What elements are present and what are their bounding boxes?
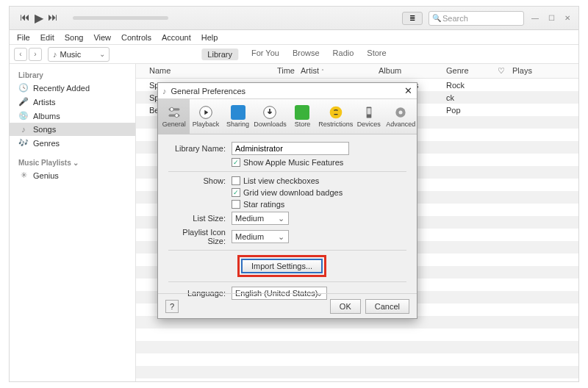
pref-tab-sharing[interactable]: Sharing (222, 99, 254, 134)
nav-forward-icon[interactable]: › (29, 48, 42, 61)
tab-label: Downloads (254, 121, 287, 128)
pref-tab-restrictions[interactable]: Restrictions (318, 99, 353, 134)
cell-genre: Pop (446, 106, 490, 115)
nav-back-icon[interactable]: ‹ (14, 48, 27, 61)
preferences-dialog: ♪ General Preferences ✕ General Playback… (157, 82, 417, 319)
select-value: Medium (235, 214, 264, 223)
device-icon (362, 105, 376, 120)
list-checkboxes-checkbox[interactable] (232, 176, 240, 185)
library-name-input[interactable] (232, 142, 349, 155)
minimize-icon[interactable]: — (530, 13, 540, 24)
menu-song[interactable]: Song (65, 33, 84, 42)
prev-track-icon[interactable]: ⏮ (20, 11, 30, 25)
menu-account[interactable]: Account (162, 33, 191, 42)
next-track-icon[interactable]: ⏭ (48, 11, 58, 25)
import-settings-highlight: Import Settings... (237, 255, 326, 277)
checkbox-label: List view checkboxes (243, 176, 319, 185)
svg-rect-8 (367, 108, 370, 114)
pref-tab-advanced[interactable]: Advanced (385, 99, 417, 134)
cell-genre: Rock (446, 81, 490, 90)
pref-tab-playback[interactable]: Playback (190, 99, 221, 134)
chevron-down-icon[interactable]: ⌄ (73, 159, 79, 167)
svg-point-2 (170, 107, 173, 111)
col-genre[interactable]: Genre (446, 66, 490, 76)
app-icon: ♪ (162, 87, 167, 96)
volume-slider[interactable] (73, 16, 168, 20)
menu-bar: File Edit Song View Controls Account Hel… (10, 30, 578, 45)
col-name[interactable]: Name (149, 66, 274, 76)
ok-button[interactable]: OK (330, 299, 361, 314)
genre-icon: 🎶 (18, 138, 29, 148)
maximize-icon[interactable]: ☐ (546, 13, 556, 24)
tab-label: General (162, 121, 186, 128)
album-icon: 💿 (18, 111, 29, 121)
sidebar-item-label: Recently Added (33, 84, 90, 93)
pref-tab-store[interactable]: Store (287, 99, 318, 134)
tab-radio[interactable]: Radio (333, 48, 354, 60)
sidebar-head-playlists: Music Playlists ⌄ (10, 156, 135, 168)
menu-edit[interactable]: Edit (40, 33, 54, 42)
column-headers: Name Time Artist ˄ Album Genre ♡ Plays (136, 64, 578, 79)
import-settings-button[interactable]: Import Settings... (241, 259, 323, 273)
sidebar-item-label: Artists (33, 98, 56, 107)
close-window-icon[interactable]: ✕ (562, 13, 573, 24)
sort-asc-icon: ˄ (321, 68, 324, 75)
sharing-icon (231, 105, 245, 120)
menu-view[interactable]: View (93, 33, 111, 42)
close-icon[interactable]: ✕ (404, 85, 412, 96)
list-size-select[interactable]: Medium (232, 212, 289, 225)
gear-icon (393, 105, 408, 120)
switches-icon (167, 105, 182, 120)
menu-controls[interactable]: Controls (121, 33, 151, 42)
search-input[interactable]: Search (429, 11, 524, 26)
checkbox-label: Show Apple Music Features (243, 158, 343, 167)
play-icon[interactable]: ▶ (35, 11, 43, 25)
library-name-label: Library Name: (168, 144, 232, 153)
sidebar-item-artists[interactable]: 🎤Artists (10, 95, 135, 109)
sidebar-item-label: Albums (33, 112, 60, 121)
song-icon: ♪ (18, 125, 29, 134)
cancel-button[interactable]: Cancel (365, 299, 409, 314)
download-icon (262, 105, 277, 120)
pref-body: Library Name: ✓ Show Apple Music Feature… (158, 134, 417, 300)
sidebar-item-label: Genres (33, 139, 60, 148)
tab-store[interactable]: Store (367, 48, 386, 60)
play-circle-icon (198, 105, 213, 120)
list-view-toggle[interactable]: ≣ (402, 12, 423, 25)
genius-icon: ✳ (18, 170, 29, 180)
music-note-icon: ♪ (53, 50, 57, 59)
tab-library[interactable]: Library (201, 48, 238, 60)
tab-browse[interactable]: Browse (293, 48, 320, 60)
star-ratings-checkbox[interactable] (232, 200, 240, 209)
list-size-label: List Size: (168, 214, 232, 223)
sidebar-item-albums[interactable]: 💿Albums (10, 109, 135, 123)
pref-tab-general[interactable]: General (158, 99, 190, 134)
grid-badges-checkbox[interactable]: ✓ (232, 188, 240, 197)
help-button[interactable]: ? (165, 300, 179, 313)
menu-file[interactable]: File (17, 33, 30, 42)
show-apple-music-checkbox[interactable]: ✓ (232, 158, 240, 167)
sidebar-item-genius[interactable]: ✳Genius (10, 168, 135, 182)
sidebar-item-label: Songs (33, 125, 56, 134)
sidebar-item-recent[interactable]: 🕓Recently Added (10, 81, 135, 95)
sidebar-item-genres[interactable]: 🎶Genres (10, 136, 135, 150)
col-artist[interactable]: Artist ˄ (301, 66, 379, 76)
pref-tab-devices[interactable]: Devices (353, 99, 384, 134)
restrictions-icon (329, 105, 343, 120)
col-time[interactable]: Time (274, 66, 301, 76)
dialog-titlebar[interactable]: ♪ General Preferences ✕ (158, 83, 417, 99)
checkbox-label: Star ratings (243, 200, 284, 209)
menu-help[interactable]: Help (201, 33, 218, 42)
col-album[interactable]: Album (379, 66, 446, 76)
col-heart[interactable]: ♡ (490, 66, 512, 76)
dialog-title: General Preferences (171, 87, 246, 96)
store-icon (295, 105, 309, 120)
pref-tab-downloads[interactable]: Downloads (254, 99, 287, 134)
tab-label: Sharing (226, 121, 249, 128)
col-plays[interactable]: Plays (512, 66, 578, 76)
source-dropdown[interactable]: ♪ Music (48, 47, 110, 62)
playlist-icon-size-select[interactable]: Medium (232, 230, 289, 243)
sidebar-item-songs[interactable]: ♪Songs (10, 123, 135, 136)
tab-foryou[interactable]: For You (251, 48, 279, 60)
svg-point-3 (175, 114, 179, 118)
